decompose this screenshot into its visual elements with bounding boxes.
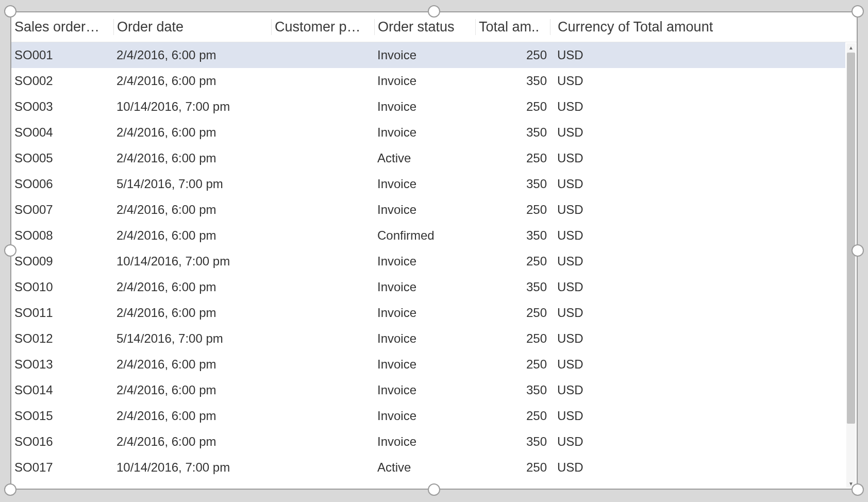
column-header-order-status[interactable]: Order status [374, 19, 475, 35]
table-row[interactable]: SO0152/4/2016, 6:00 pmInvoice250USD [11, 403, 845, 429]
cell-currency: USD [550, 151, 833, 165]
cell-order-date: 5/14/2016, 7:00 pm [113, 331, 271, 346]
resize-handle-bottom-center[interactable] [428, 483, 440, 496]
cell-order-status: Invoice [374, 383, 475, 397]
cell-sales-order: SO002 [11, 74, 113, 88]
cell-order-status: Invoice [374, 177, 475, 191]
table-row[interactable]: SO0102/4/2016, 6:00 pmInvoice350USD [11, 274, 845, 300]
table-row[interactable]: SO00310/14/2016, 7:00 pmInvoice250USD [11, 94, 845, 120]
cell-order-date: 2/4/2016, 6:00 pm [113, 306, 271, 320]
cell-currency: USD [550, 177, 833, 191]
cell-sales-order: SO015 [11, 409, 113, 423]
table-row[interactable]: SO0012/4/2016, 6:00 pmInvoice250USD [11, 42, 845, 68]
table-row[interactable]: SO0052/4/2016, 6:00 pmActive250USD [11, 145, 845, 171]
table-row[interactable]: SO00910/14/2016, 7:00 pmInvoice250USD [11, 248, 845, 274]
cell-sales-order: SO005 [11, 151, 113, 165]
cell-order-date: 5/14/2016, 7:00 pm [113, 177, 271, 191]
cell-currency: USD [550, 357, 833, 372]
cell-order-status: Invoice [374, 125, 475, 140]
cell-order-date: 2/4/2016, 6:00 pm [113, 383, 271, 397]
table-row[interactable]: SO0072/4/2016, 6:00 pmInvoice250USD [11, 197, 845, 223]
cell-total-amount: 350 [475, 434, 550, 449]
cell-currency: USD [550, 228, 833, 243]
vertical-scrollbar[interactable]: ▲ ▼ [846, 43, 856, 488]
cell-total-amount: 350 [475, 383, 550, 397]
cell-order-status: Invoice [374, 74, 475, 88]
cell-total-amount: 350 [475, 280, 550, 294]
cell-total-amount: 350 [475, 125, 550, 140]
cell-order-date: 2/4/2016, 6:00 pm [113, 203, 271, 217]
table-row[interactable]: SO0042/4/2016, 6:00 pmInvoice350USD [11, 120, 845, 145]
cell-sales-order: SO017 [11, 460, 113, 475]
resize-handle-middle-right[interactable] [852, 244, 864, 257]
cell-order-date: 2/4/2016, 6:00 pm [113, 151, 271, 165]
column-header-currency[interactable]: Currency of Total amount [550, 19, 833, 35]
scroll-thumb[interactable] [847, 53, 855, 424]
cell-currency: USD [550, 125, 833, 140]
cell-order-status: Invoice [374, 99, 475, 114]
cell-total-amount: 250 [475, 460, 550, 475]
cell-order-date: 2/4/2016, 6:00 pm [113, 434, 271, 449]
cell-sales-order: SO011 [11, 306, 113, 320]
table-row[interactable]: SO0082/4/2016, 6:00 pmConfirmed350USD [11, 223, 845, 248]
column-header-sales-order[interactable]: Sales order… [11, 19, 113, 35]
cell-sales-order: SO010 [11, 280, 113, 294]
cell-order-status: Invoice [374, 357, 475, 372]
cell-sales-order: SO004 [11, 125, 113, 140]
resize-handle-top-left[interactable] [4, 5, 16, 18]
cell-currency: USD [550, 74, 833, 88]
cell-total-amount: 350 [475, 74, 550, 88]
resize-handle-bottom-left[interactable] [4, 483, 16, 496]
table-row[interactable]: SO0022/4/2016, 6:00 pmInvoice350USD [11, 68, 845, 94]
cell-order-date: 2/4/2016, 6:00 pm [113, 48, 271, 62]
table-row[interactable]: SO0132/4/2016, 6:00 pmInvoice250USD [11, 352, 845, 377]
cell-total-amount: 250 [475, 357, 550, 372]
table-row[interactable]: SO0065/14/2016, 7:00 pmInvoice350USD [11, 171, 845, 197]
cell-currency: USD [550, 460, 833, 475]
column-header-total-amount[interactable]: Total am.. [475, 19, 550, 35]
cell-total-amount: 250 [475, 151, 550, 165]
column-header-order-date[interactable]: Order date [113, 19, 271, 35]
cell-currency: USD [550, 48, 833, 62]
table-body: SO0012/4/2016, 6:00 pmInvoice250USDSO002… [11, 42, 845, 489]
cell-sales-order: SO014 [11, 383, 113, 397]
cell-currency: USD [550, 409, 833, 423]
cell-currency: USD [550, 254, 833, 269]
table-row[interactable]: SO0125/14/2016, 7:00 pmInvoice250USD [11, 326, 845, 352]
cell-order-status: Invoice [374, 331, 475, 346]
cell-order-status: Invoice [374, 280, 475, 294]
cell-currency: USD [550, 306, 833, 320]
cell-total-amount: 250 [475, 409, 550, 423]
cell-order-date: 2/4/2016, 6:00 pm [113, 409, 271, 423]
cell-order-date: 2/4/2016, 6:00 pm [113, 280, 271, 294]
cell-order-status: Active [374, 460, 475, 475]
cell-order-status: Invoice [374, 434, 475, 449]
cell-order-date: 2/4/2016, 6:00 pm [113, 74, 271, 88]
cell-sales-order: SO007 [11, 203, 113, 217]
scroll-up-icon[interactable]: ▲ [846, 43, 856, 52]
table-row[interactable]: SO0162/4/2016, 6:00 pmInvoice350USD [11, 429, 845, 455]
cell-order-status: Active [374, 151, 475, 165]
table-row[interactable]: SO01710/14/2016, 7:00 pmActive250USD [11, 455, 845, 480]
cell-order-date: 10/14/2016, 7:00 pm [113, 460, 271, 475]
cell-sales-order: SO016 [11, 434, 113, 449]
cell-sales-order: SO012 [11, 331, 113, 346]
resize-handle-bottom-right[interactable] [852, 483, 864, 496]
cell-order-date: 2/4/2016, 6:00 pm [113, 125, 271, 140]
resize-handle-top-center[interactable] [428, 5, 440, 18]
cell-sales-order: SO006 [11, 177, 113, 191]
cell-order-status: Invoice [374, 254, 475, 269]
column-header-customer-p[interactable]: Customer p… [271, 19, 374, 35]
cell-sales-order: SO008 [11, 228, 113, 243]
table-row[interactable]: SO0112/4/2016, 6:00 pmInvoice250USD [11, 300, 845, 326]
resize-handle-middle-left[interactable] [4, 244, 16, 257]
table-row[interactable]: SO0142/4/2016, 6:00 pmInvoice350USD [11, 377, 845, 403]
resize-handle-top-right[interactable] [852, 5, 864, 18]
cell-order-status: Confirmed [374, 228, 475, 243]
cell-sales-order: SO003 [11, 99, 113, 114]
cell-order-status: Invoice [374, 203, 475, 217]
table-visual-frame[interactable]: Sales order… Order date Customer p… Orde… [10, 11, 858, 490]
cell-total-amount: 250 [475, 203, 550, 217]
cell-order-date: 2/4/2016, 6:00 pm [113, 228, 271, 243]
cell-currency: USD [550, 99, 833, 114]
